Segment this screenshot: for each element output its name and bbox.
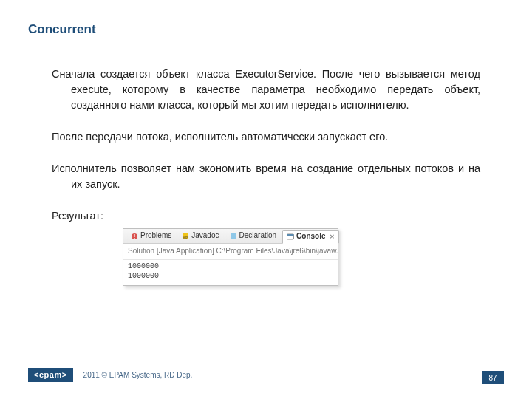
- paragraph-3: Исполнитель позволяет нам экономить врем…: [52, 161, 480, 192]
- tab-javadoc: @ Javadoc: [177, 229, 223, 243]
- svg-text:@: @: [183, 234, 188, 239]
- footer-divider: [28, 361, 504, 361]
- tab-label: Declaration: [239, 231, 277, 242]
- tab-declaration: Declaration: [225, 229, 282, 243]
- page-number: 87: [482, 371, 504, 384]
- copyright-text: 2011 © EPAM Systems, RD Dep.: [83, 371, 193, 379]
- epam-logo: <epam>: [28, 368, 73, 382]
- footer-left: <epam> 2011 © EPAM Systems, RD Dep.: [28, 365, 192, 384]
- tab-label: Javadoc: [191, 231, 219, 242]
- console-line: 1000000: [128, 262, 333, 271]
- console-output: 1000000 1000000: [123, 260, 338, 285]
- tab-label: Console: [296, 231, 325, 242]
- tab-console: Console ✕: [282, 230, 338, 244]
- problems-icon: [131, 233, 138, 240]
- tab-problems: Problems: [126, 229, 176, 243]
- slide-title: Concurrent: [28, 22, 96, 37]
- footer: <epam> 2011 © EPAM Systems, RD Dep. 87: [0, 365, 532, 384]
- tab-label: Problems: [140, 231, 171, 242]
- paragraph-2: После передачи потока, исполнитель автом…: [52, 129, 480, 145]
- console-launch-path: Solution [Java Application] C:\Program F…: [123, 244, 338, 260]
- paragraph-1: Сначала создается объект класса Executor…: [52, 66, 480, 113]
- svg-rect-2: [134, 238, 134, 239]
- console-line: 1000000: [128, 271, 333, 281]
- slide: Concurrent Сначала создается объект клас…: [0, 0, 532, 399]
- console-tab-bar: Problems @ Javadoc Declaration: [123, 229, 338, 244]
- close-icon: ✕: [330, 233, 335, 242]
- svg-rect-5: [231, 233, 236, 239]
- slide-body: Сначала создается объект класса Executor…: [52, 66, 480, 286]
- svg-rect-1: [134, 234, 134, 237]
- javadoc-icon: @: [182, 233, 189, 240]
- result-label: Результат:: [52, 208, 480, 224]
- svg-rect-7: [287, 234, 294, 236]
- eclipse-console-screenshot: Problems @ Javadoc Declaration: [123, 228, 338, 286]
- console-icon: [287, 233, 294, 241]
- declaration-icon: [230, 233, 237, 240]
